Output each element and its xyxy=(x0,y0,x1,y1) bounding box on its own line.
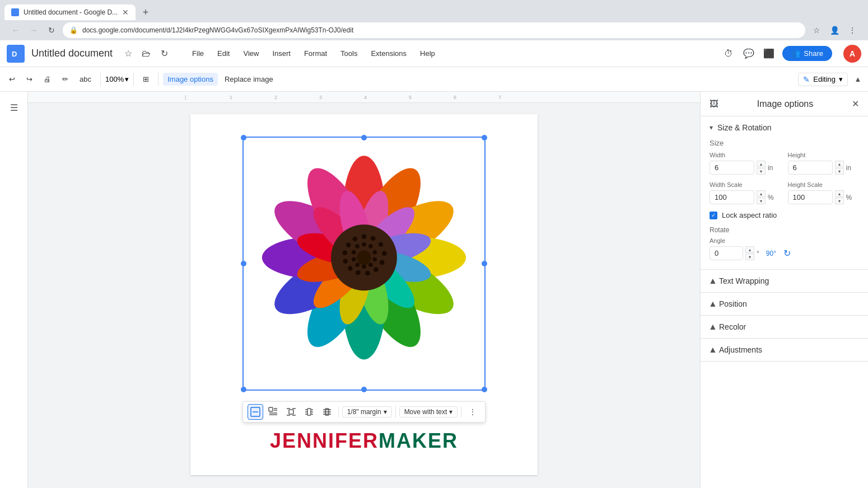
handle-bottom-left[interactable] xyxy=(241,387,246,392)
adjustments-section[interactable]: ▶ Adjustments xyxy=(701,339,868,362)
move-with-text-label: Move with text xyxy=(404,408,447,416)
move-with-text-dropdown[interactable]: Move with text ▾ xyxy=(399,406,458,417)
more-btn[interactable]: ⋮ xyxy=(846,24,859,37)
handle-bottom-right[interactable] xyxy=(482,387,487,392)
width-unit: in xyxy=(768,164,773,172)
forward-button[interactable]: → xyxy=(27,24,40,37)
height-label: Height xyxy=(788,152,860,158)
svg-point-46 xyxy=(355,262,360,267)
version-history-icon[interactable]: ⏱ xyxy=(722,47,735,60)
comment-icon[interactable]: 💬 xyxy=(742,47,755,60)
replace-image-button[interactable]: Replace image xyxy=(220,73,278,86)
bookmark-btn[interactable]: ☆ xyxy=(810,24,823,37)
editing-mode-dropdown[interactable]: ✎ Editing ▾ xyxy=(798,73,848,86)
height-group: Height ▴ ▾ in xyxy=(788,152,860,175)
reload-button[interactable]: ↻ xyxy=(45,24,58,37)
size-rotation-header[interactable]: ▾ Size & Rotation xyxy=(701,116,868,139)
share-button[interactable]: 👥 Share xyxy=(782,46,832,61)
height-up-btn[interactable]: ▴ xyxy=(835,161,844,167)
lock-aspect-label: Lock aspect ratio xyxy=(722,211,777,219)
menu-insert[interactable]: Insert xyxy=(267,47,296,60)
position-section[interactable]: ▶ Position xyxy=(701,293,868,316)
width-input[interactable] xyxy=(710,161,754,175)
handle-top-right[interactable] xyxy=(482,135,487,140)
handle-mid-left[interactable] xyxy=(241,261,246,266)
menu-tools[interactable]: Tools xyxy=(335,47,363,60)
height-scale-input[interactable] xyxy=(788,190,833,204)
outline-icon[interactable]: ☰ xyxy=(5,98,23,116)
width-up-btn[interactable]: ▴ xyxy=(757,161,766,167)
present-icon[interactable]: ⬛ xyxy=(762,47,776,60)
handle-top-center[interactable] xyxy=(361,135,367,140)
margin-dropdown[interactable]: 1/8" margin ▾ xyxy=(342,406,392,417)
handle-bottom-center[interactable] xyxy=(361,387,367,392)
wrap-inline-button[interactable] xyxy=(248,404,263,420)
wrap-with-text-button[interactable] xyxy=(265,404,281,420)
close-panel-button[interactable]: ✕ xyxy=(852,98,859,109)
svg-point-30 xyxy=(382,251,387,256)
svg-point-40 xyxy=(362,242,366,247)
tab-close-btn[interactable]: ✕ xyxy=(122,8,129,17)
svg-point-43 xyxy=(373,257,377,262)
angle-spinners: ▴ ▾ xyxy=(745,246,754,260)
more-options-button[interactable]: ⋮ xyxy=(465,404,480,420)
handle-top-left[interactable] xyxy=(241,135,246,140)
browser-tab[interactable]: Untitled document - Google D... ✕ xyxy=(4,4,136,20)
spell-check-button[interactable]: abc xyxy=(75,73,96,86)
print-button[interactable]: 🖨 xyxy=(39,73,55,86)
menu-extensions[interactable]: Extensions xyxy=(365,47,412,60)
angle-input[interactable] xyxy=(710,246,743,260)
menu-view[interactable]: View xyxy=(237,47,264,60)
zoom-control[interactable]: 100% ▾ xyxy=(105,75,129,83)
width-scale-input-row: ▴ ▾ % xyxy=(710,190,781,204)
app-logo: D xyxy=(7,45,25,63)
profile-btn[interactable]: 👤 xyxy=(828,24,841,37)
select-box-button[interactable]: ⊞ xyxy=(138,73,153,86)
user-avatar[interactable]: A xyxy=(843,45,861,63)
height-scale-down-btn[interactable]: ▾ xyxy=(835,198,844,204)
menu-file[interactable]: File xyxy=(186,47,209,60)
redo-button[interactable]: ↪ xyxy=(22,73,37,86)
history-icon[interactable]: ↻ xyxy=(157,47,171,60)
paint-format-button[interactable]: ✏ xyxy=(58,73,73,86)
image-options-button[interactable]: Image options xyxy=(163,73,218,86)
width-scale-input[interactable] xyxy=(710,190,754,204)
selected-image[interactable] xyxy=(242,137,486,391)
width-scale-up-btn[interactable]: ▴ xyxy=(757,190,766,197)
lock-aspect-checkbox[interactable]: ✓ xyxy=(710,212,717,219)
height-down-btn[interactable]: ▾ xyxy=(835,168,844,175)
folder-icon[interactable]: 🗁 xyxy=(139,47,153,60)
url-bar[interactable]: 🔒 docs.google.com/document/d/1J2I4krPzeg… xyxy=(63,22,805,38)
menu-help[interactable]: Help xyxy=(414,47,441,60)
rotate-button[interactable]: ↻ xyxy=(781,247,794,260)
text-wrapping-section[interactable]: ▶ Text Wrapping xyxy=(701,270,868,293)
replace-image-label: Replace image xyxy=(225,75,273,83)
menu-format[interactable]: Format xyxy=(298,47,333,60)
angle-input-row: ▴ ▾ ° xyxy=(710,246,759,260)
height-input[interactable] xyxy=(788,161,833,175)
share-icon: 👥 xyxy=(791,49,800,58)
wrap-behind-button[interactable] xyxy=(319,404,335,420)
wrap-break-text-button[interactable] xyxy=(283,404,299,420)
flower-image xyxy=(244,138,484,390)
undo-button[interactable]: ↩ xyxy=(4,73,20,86)
menu-edit[interactable]: Edit xyxy=(212,47,235,60)
recolor-section[interactable]: ▶ Recolor xyxy=(701,316,868,339)
size-rotation-section: ▾ Size & Rotation Size Width ▴ xyxy=(701,116,868,270)
editing-dropdown-icon: ▾ xyxy=(839,75,843,83)
angle-up-btn[interactable]: ▴ xyxy=(745,246,754,253)
new-tab-button[interactable]: + xyxy=(138,4,153,20)
width-scale-down-btn[interactable]: ▾ xyxy=(757,198,766,204)
handle-mid-right[interactable] xyxy=(482,261,487,266)
height-scale-up-btn[interactable]: ▴ xyxy=(835,190,844,197)
app-title: Untitled document xyxy=(31,48,113,59)
size-rotation-label: Size & Rotation xyxy=(717,123,772,132)
document-area[interactable]: | 1 2 3 4 5 6 7 xyxy=(28,92,700,488)
wrap-in-front-button[interactable] xyxy=(301,404,317,420)
move-dropdown-icon: ▾ xyxy=(449,408,452,416)
width-down-btn[interactable]: ▾ xyxy=(757,168,766,175)
star-icon[interactable]: ☆ xyxy=(122,47,135,60)
angle-down-btn[interactable]: ▾ xyxy=(745,254,754,260)
collapse-toolbar-button[interactable]: ▲ xyxy=(852,71,864,88)
back-button[interactable]: ← xyxy=(9,24,22,37)
